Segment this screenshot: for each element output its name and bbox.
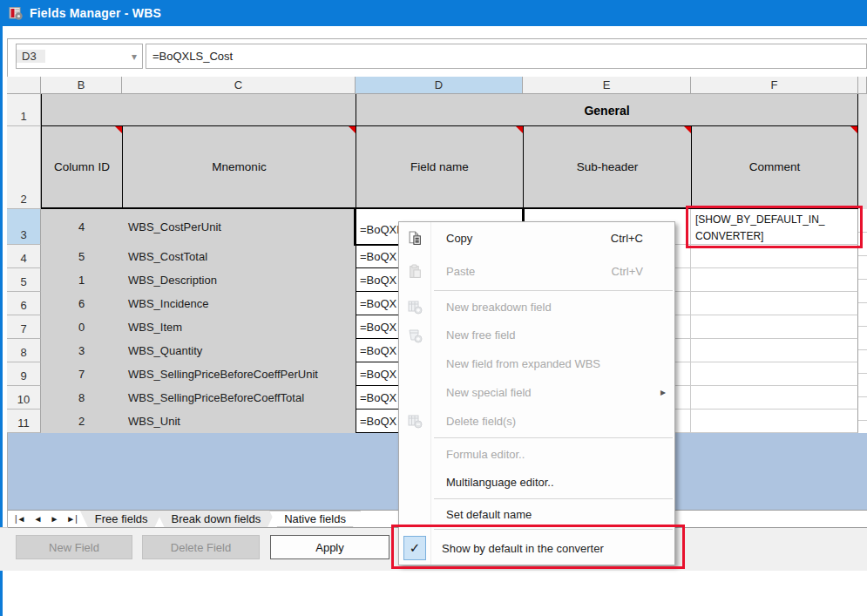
header-label: Comment [749, 160, 801, 173]
new-field-button[interactable]: New Field [16, 535, 132, 559]
cell-c9[interactable]: WBS_SellingPriceBeforeCoeffPerUnit [122, 362, 356, 386]
column-g-sliver [858, 209, 867, 433]
cell-b8[interactable]: 3 [41, 339, 122, 362]
window-left-border [0, 0, 3, 616]
cell-b3[interactable]: 4 [41, 209, 122, 245]
menu-item-label: Formula editor.. [446, 448, 525, 461]
delete-field-icon [399, 413, 430, 429]
row-header-11[interactable]: 11 [7, 410, 41, 433]
row-header-2[interactable]: 2 [7, 126, 41, 209]
cell-c7[interactable]: WBS_Item [122, 315, 356, 339]
cell-f5[interactable] [691, 268, 858, 292]
row-header-8[interactable]: 8 [7, 339, 41, 362]
header-cell-comment[interactable]: Comment [691, 126, 858, 207]
cell-c8[interactable]: WBS_Quantity [122, 339, 356, 362]
copy-icon [399, 231, 430, 246]
cell-b4[interactable]: 5 [41, 245, 122, 268]
row-header-1[interactable]: 1 [7, 94, 41, 126]
cell-c4[interactable]: WBS_CostTotal [122, 245, 356, 268]
menu-item-label: Multilanguage editor.. [446, 476, 554, 489]
menu-item-label: New free field [446, 328, 515, 342]
menu-item-label: Copy [446, 232, 472, 245]
header-cell-mnemonic[interactable]: Mnemonic [122, 126, 356, 207]
row-header-10[interactable]: 10 [7, 386, 41, 410]
tab-free-fields[interactable]: Free fields [80, 511, 163, 527]
header-label: Sub-header [577, 160, 639, 173]
menu-item-paste: Paste Ctrl+V [399, 255, 674, 288]
menu-item-multilanguage-editor[interactable]: Multilanguage editor.. [399, 469, 674, 498]
row-header-9[interactable]: 9 [7, 362, 41, 386]
row-header-3[interactable]: 3 [7, 209, 41, 245]
chevron-down-icon[interactable]: ▾ [132, 51, 137, 63]
cell-name-box[interactable]: D3 ▾ [16, 44, 143, 69]
cell-b1-c1[interactable] [41, 94, 356, 126]
header-label: Mnemonic [212, 160, 266, 173]
tab-break-down-fields[interactable]: Break down fields [157, 511, 276, 527]
cell-c11[interactable]: WBS_Unit [122, 410, 356, 433]
cell-general-group-header[interactable]: General [356, 94, 858, 126]
cell-f8[interactable] [691, 339, 858, 362]
paste-icon [399, 264, 430, 279]
menu-item-new-special-field: New special field ▸ [399, 378, 674, 407]
column-header-e[interactable]: E [523, 77, 691, 94]
grid-corner-cell[interactable] [7, 77, 41, 94]
header-cell-sub-header[interactable]: Sub-header [523, 126, 691, 207]
next-tab-icon[interactable]: ► [50, 514, 58, 524]
cell-c6[interactable]: WBS_Incidence [122, 292, 356, 315]
cell-f6[interactable] [691, 292, 858, 315]
column-header-f[interactable]: F [691, 77, 858, 94]
prev-tab-icon[interactable]: ◄ [34, 514, 43, 524]
row-header-5[interactable]: 5 [7, 268, 41, 292]
cell-b9[interactable]: 7 [41, 362, 122, 386]
column-header-d[interactable]: D [356, 77, 523, 94]
menu-item-new-field-from-expanded-wbs: New field from expanded WBS [399, 349, 674, 378]
last-tab-icon[interactable]: ►| [66, 514, 78, 524]
menu-item-label: Show by default in the converter [442, 542, 604, 555]
first-tab-icon[interactable]: |◄ [15, 514, 26, 524]
column-header-b[interactable]: B [41, 77, 122, 94]
cell-b6[interactable]: 6 [41, 292, 122, 315]
menu-item-set-default-name[interactable]: Set default name [399, 501, 674, 527]
header-cell-column-id[interactable]: Column ID [41, 126, 122, 207]
delete-field-button[interactable]: Delete Field [142, 535, 260, 559]
menu-item-label: Set default name [446, 508, 532, 521]
cell-f4[interactable] [691, 245, 858, 268]
row-header-7[interactable]: 7 [7, 315, 41, 339]
cell-c3[interactable]: WBS_CostPerUnit [122, 209, 356, 245]
cell-f11[interactable] [691, 410, 858, 433]
cell-b11[interactable]: 2 [41, 410, 122, 433]
cell-f9[interactable] [691, 362, 858, 386]
cell-f3-comment[interactable]: [SHOW_BY_DEFAULT_IN_ CONVERTER] [691, 209, 858, 245]
menu-separator [434, 498, 673, 499]
column-header-g-sliver[interactable] [858, 77, 867, 94]
header-cell-field-name[interactable]: Field name [356, 126, 523, 207]
column-header-c[interactable]: C [122, 77, 356, 94]
cell-c5[interactable]: WBS_Description [122, 268, 356, 292]
apply-button[interactable]: Apply [270, 535, 389, 559]
row-header-6[interactable]: 6 [7, 292, 41, 315]
menu-item-copy[interactable]: Copy Ctrl+C [399, 222, 674, 255]
menu-item-new-free-field: New free field [399, 321, 674, 349]
context-menu: Copy Ctrl+C Paste Ctrl+V New breakdown f… [398, 221, 675, 565]
formula-input[interactable]: =BoQXLS_Cost [146, 44, 867, 69]
menu-item-show-by-default-in-converter[interactable]: ✓ Show by default in the converter [399, 531, 674, 565]
comment-indicator-icon [850, 126, 857, 133]
cell-b7[interactable]: 0 [41, 315, 122, 339]
cell-b10[interactable]: 8 [41, 386, 122, 410]
row-header-4[interactable]: 4 [7, 245, 41, 268]
comment-indicator-icon [516, 126, 523, 133]
cell-g-sliver-headers [858, 94, 867, 209]
cell-f10[interactable] [691, 386, 858, 410]
app-icon [8, 5, 24, 21]
panel-border [7, 38, 867, 39]
menu-item-label: Delete field(s) [446, 415, 516, 428]
cell-c10[interactable]: WBS_SellingPriceBeforeCoeffTotal [122, 386, 356, 410]
cell-f7[interactable] [691, 315, 858, 339]
menu-separator [434, 529, 673, 530]
tab-nav-buttons: |◄ ◄ ► ►| [8, 511, 86, 527]
header-label: Column ID [54, 160, 110, 173]
menu-item-label: New special field [446, 386, 532, 399]
menu-item-delete-fields: Delete field(s) [399, 407, 674, 436]
tab-native-fields[interactable]: Native fields [269, 511, 361, 527]
cell-b5[interactable]: 1 [41, 268, 122, 292]
